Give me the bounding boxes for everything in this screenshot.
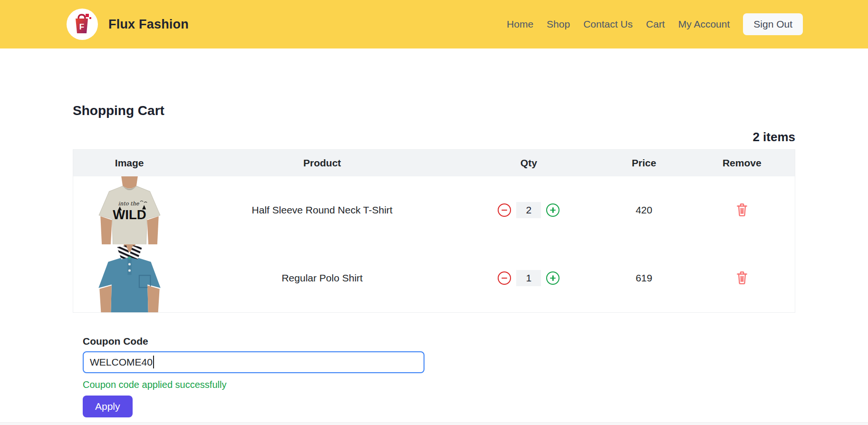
qty-value: 1 bbox=[516, 270, 541, 286]
sign-out-button[interactable]: Sign Out bbox=[743, 13, 803, 35]
footer-divider bbox=[0, 422, 868, 425]
product-image-tshirt: into the WILD bbox=[96, 176, 164, 244]
svg-text:WILD: WILD bbox=[113, 207, 146, 222]
qty-increase-button[interactable] bbox=[546, 271, 559, 285]
coupon-label: Coupon Code bbox=[83, 336, 795, 347]
product-name: Half Sleeve Round Neck T-Shirt bbox=[185, 176, 459, 244]
table-header-row: Image Product Qty Price Remove bbox=[73, 150, 795, 176]
qty-decrease-button[interactable] bbox=[498, 271, 511, 285]
nav-my-account[interactable]: My Account bbox=[678, 19, 730, 30]
nav-shop[interactable]: Shop bbox=[547, 19, 570, 30]
col-qty: Qty bbox=[459, 150, 599, 176]
qty-control: 1 bbox=[459, 270, 599, 286]
trash-icon bbox=[736, 279, 748, 286]
svg-text:F: F bbox=[79, 22, 84, 31]
col-image: Image bbox=[73, 150, 186, 176]
nav-contact-us[interactable]: Contact Us bbox=[583, 19, 633, 30]
product-image-polo bbox=[96, 244, 164, 312]
col-remove: Remove bbox=[689, 150, 795, 176]
trash-icon bbox=[736, 211, 748, 218]
coupon-success-message: Coupon code applied successfully bbox=[83, 379, 795, 390]
coupon-input-value: WELCOME40 bbox=[90, 357, 153, 368]
qty-increase-button[interactable] bbox=[546, 203, 559, 217]
cart-table: Image Product Qty Price Remove bbox=[73, 149, 795, 313]
product-name: Regular Polo Shirt bbox=[185, 244, 459, 313]
remove-item-button[interactable] bbox=[734, 269, 750, 288]
brand-name: Flux Fashion bbox=[108, 17, 189, 32]
nav-cart[interactable]: Cart bbox=[646, 19, 665, 30]
cart-row: into the WILD Half Sleeve Round Neck T-S… bbox=[73, 176, 795, 244]
nav-home[interactable]: Home bbox=[507, 19, 533, 30]
cart-page: Shopping Cart 2 items Image Product Qty … bbox=[73, 48, 795, 417]
cart-row: Regular Polo Shirt 1 619 bbox=[73, 244, 795, 313]
coupon-section: Coupon Code WELCOME40 Coupon code applie… bbox=[83, 336, 795, 417]
product-price: 619 bbox=[599, 244, 689, 313]
shopping-bag-icon: F bbox=[72, 12, 92, 36]
remove-item-button[interactable] bbox=[734, 201, 750, 220]
qty-decrease-button[interactable] bbox=[498, 203, 511, 217]
coupon-input[interactable]: WELCOME40 bbox=[83, 351, 424, 373]
col-price: Price bbox=[599, 150, 689, 176]
apply-coupon-button[interactable]: Apply bbox=[83, 396, 133, 417]
qty-value: 2 bbox=[516, 202, 541, 218]
page-title: Shopping Cart bbox=[73, 103, 795, 118]
main-nav: Home Shop Contact Us Cart My Account Sig… bbox=[507, 13, 803, 35]
brand-logo[interactable]: F bbox=[67, 9, 98, 40]
items-count: 2 items bbox=[73, 130, 795, 145]
text-caret bbox=[153, 356, 154, 368]
svg-text:into the: into the bbox=[118, 201, 139, 207]
qty-control: 2 bbox=[459, 202, 599, 218]
col-product: Product bbox=[185, 150, 459, 176]
app-header: F Flux Fashion Home Shop Contact Us Cart… bbox=[0, 0, 868, 48]
product-price: 420 bbox=[599, 176, 689, 244]
